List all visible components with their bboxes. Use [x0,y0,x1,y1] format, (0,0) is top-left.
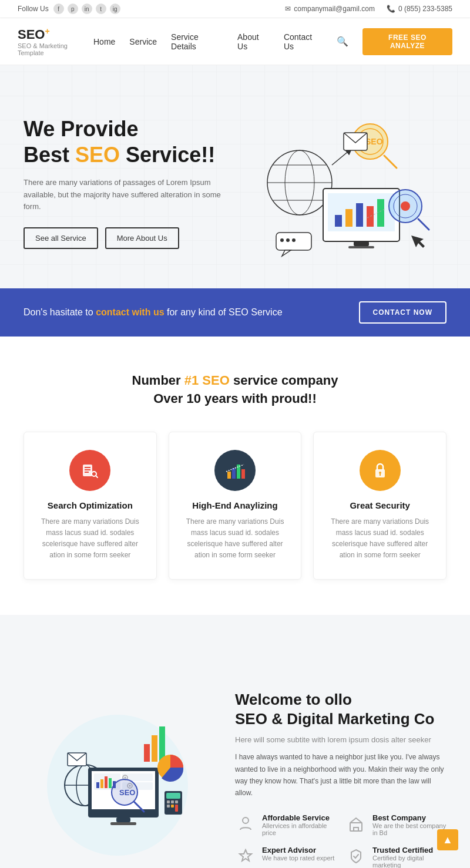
svg-rect-78 [167,805,170,808]
contact-now-button[interactable]: CONTACT NOW [359,301,446,324]
about-feature-text-1: Best Company We are the best company in … [372,813,446,836]
svg-rect-12 [335,215,342,227]
svg-text:SEO: SEO [119,788,135,797]
feature-title-0: Search Optimization [36,500,145,510]
feature-desc-2: There are many variations Duis mass lacu… [325,516,434,561]
svg-rect-16 [377,199,384,227]
feature-desc-0: There are many variations Duis mass lacu… [36,516,145,561]
svg-marker-29 [282,250,291,256]
svg-rect-80 [175,805,178,812]
cta-banner: Don's hasitate to contact with us for an… [0,288,470,337]
svg-rect-14 [356,203,363,227]
search-optimization-icon [69,450,110,491]
nav-service[interactable]: Service [129,37,157,46]
search-icon[interactable]: 🔍 [337,36,348,47]
about-feature-text-2: Expert Advisor We have top rated expert [262,846,334,862]
nav-contact[interactable]: Contact Us [284,32,323,51]
about-image: SEO [24,685,212,868]
svg-rect-39 [237,465,240,479]
scroll-to-top-button[interactable]: ▲ [437,829,458,850]
svg-text:SEO: SEO [365,137,383,146]
svg-rect-15 [367,206,374,227]
svg-point-28 [292,238,296,242]
svg-rect-38 [232,468,236,479]
svg-line-36 [96,476,98,477]
email-info: ✉ companymail@gamil.com [285,5,375,13]
feature-card-2: Great Security There are many variations… [313,432,446,580]
pinterest-icon[interactable]: p [68,4,78,14]
phone-icon: 📞 [387,5,395,13]
more-about-us-button[interactable]: More About Us [105,227,179,249]
svg-rect-37 [227,472,231,479]
hero-buttons: See all Service More About Us [24,227,235,249]
svg-point-81 [243,817,249,823]
svg-rect-55 [100,779,103,788]
about-content: Welcome to ollo SEO & Digital Marketing … [235,690,446,868]
about-feature-text-0: Affordable Service Allervices in afforda… [262,813,336,836]
hero-description: There are many variations of passages of… [24,177,235,213]
hero-illustration: SEO [241,106,441,259]
about-feature-3: Trusted Certified Certified by digital m… [345,846,446,868]
feature-card-1: High-End Anaylizing There are many varia… [169,432,302,580]
svg-rect-68 [144,744,150,762]
svg-point-27 [286,238,290,242]
about-description: I have always wanted to have a neighbor … [235,751,446,799]
feature-desc-1: There are many variations Duis mass lacu… [181,516,290,561]
nav-home[interactable]: Home [93,37,115,46]
svg-line-22 [418,219,429,230]
feature-title-1: High-End Anaylizing [181,500,290,510]
affordable-service-icon [235,813,256,835]
gray-divider [0,615,470,650]
svg-rect-54 [96,782,99,788]
feature-card-0: Search Optimization There are many varia… [24,432,157,580]
features-cards: Search Optimization There are many varia… [24,432,446,580]
best-company-icon [345,813,367,835]
see-all-service-button[interactable]: See all Service [24,227,98,249]
logo-title: SEO+ [18,26,93,42]
top-bar-left: Follow Us f p in t ig [18,4,120,14]
features-section: Number #1 SEO service company Over 10 ye… [0,337,470,614]
svg-rect-40 [241,469,245,479]
svg-rect-79 [171,805,174,808]
svg-rect-64 [110,822,136,825]
email-address: companymail@gamil.com [294,5,375,13]
hero-title: We Provide Best SEO Service!! [24,116,235,167]
top-bar: Follow Us f p in t ig ✉ companymail@gami… [0,0,470,18]
analyzing-icon [214,450,256,491]
feature-title-2: Great Security [325,500,434,510]
svg-rect-18 [348,246,374,248]
security-icon [360,450,401,491]
free-seo-analyze-button[interactable]: FREE SEO ANALYZE [362,28,452,55]
instagram-icon[interactable]: ig [110,4,120,14]
cta-text: Don's hasitate to contact with us for an… [24,307,283,318]
svg-line-5 [332,150,350,165]
hero-section: We Provide Best SEO Service!! There are … [0,65,470,288]
expert-advisor-icon [235,846,256,867]
svg-point-43 [379,472,381,474]
nav-service-details[interactable]: Service Details [171,32,223,51]
follow-label: Follow Us [18,5,49,13]
trusted-certified-icon [345,846,367,867]
svg-rect-34 [85,472,89,473]
cta-link[interactable]: contact with us [96,307,164,317]
email-icon: ✉ [285,5,291,13]
svg-rect-13 [345,209,352,227]
linkedin-icon[interactable]: in [82,4,92,14]
phone-number: 0 (855) 233-5385 [398,5,452,13]
hero-content: We Provide Best SEO Service!! There are … [24,116,235,249]
svg-rect-63 [116,817,130,822]
about-section: SEO Welcome to ollo SEO & [0,650,470,868]
nav-about[interactable]: About Us [237,32,270,51]
about-feature-text-3: Trusted Certified Certified by digital m… [372,846,446,868]
svg-rect-77 [175,800,178,803]
about-title: Welcome to ollo SEO & Digital Marketing … [235,690,446,730]
twitter-icon[interactable]: t [96,4,106,14]
header: SEO+ SEO & Marketing Template Home Servi… [0,18,470,65]
svg-rect-76 [171,800,174,803]
svg-point-26 [280,238,284,242]
top-bar-right: ✉ companymail@gamil.com 📞 0 (855) 233-53… [285,5,452,13]
svg-marker-83 [240,850,251,861]
facebook-icon[interactable]: f [53,4,64,14]
main-nav: Home Service Service Details About Us Co… [93,28,452,55]
svg-rect-57 [109,778,112,788]
